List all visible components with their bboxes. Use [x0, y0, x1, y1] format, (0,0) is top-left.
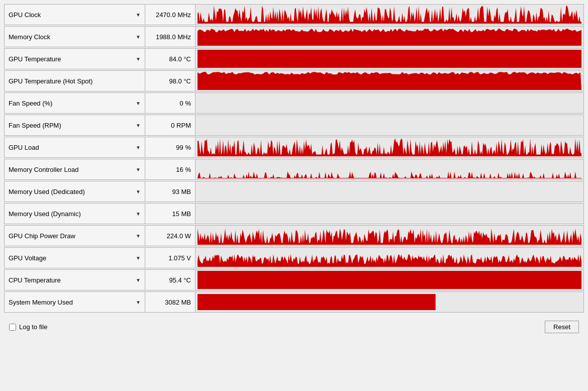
value-cell-fan-speed-pct: 0 % [145, 93, 195, 113]
dropdown-arrow-gpu-load[interactable]: ▼ [136, 145, 141, 150]
row-gpu-clock: GPU Clock▼2470.0 MHz [4, 4, 584, 25]
value-cell-memory-used-dynamic: 15 MB [145, 204, 195, 224]
graph-cell-system-memory-used [195, 292, 583, 312]
label-cell-gpu-voltage: GPU Voltage▼ [5, 248, 145, 268]
graph-cell-gpu-chip-power-draw [195, 226, 583, 246]
graph-cell-memory-used-dynamic [195, 204, 583, 224]
log-to-file-section: Log to file [9, 323, 47, 331]
row-gpu-temperature: GPU Temperature▼84.0 °C [4, 48, 584, 69]
graph-cell-memory-controller-load [195, 159, 583, 179]
value-cell-memory-clock: 1988.0 MHz [145, 27, 195, 47]
value-cell-gpu-temperature: 84.0 °C [145, 49, 195, 69]
value-cell-gpu-clock: 2470.0 MHz [145, 5, 195, 25]
graph-memory-controller-load [198, 160, 581, 178]
dropdown-arrow-fan-speed-pct[interactable]: ▼ [136, 101, 141, 106]
value-cell-gpu-chip-power-draw: 224.0 W [145, 226, 195, 246]
label-fan-speed-rpm: Fan Speed (RPM) [9, 122, 133, 129]
label-gpu-clock: GPU Clock [9, 11, 133, 19]
row-gpu-temperature-hotspot: GPU Temperature (Hot Spot)98.0 °C [4, 70, 584, 91]
label-cell-fan-speed-pct: Fan Speed (%)▼ [5, 93, 145, 113]
graph-gpu-chip-power-draw [198, 227, 581, 245]
graph-gpu-voltage [198, 249, 581, 267]
graph-memory-clock [198, 28, 581, 46]
graph-cell-cpu-temperature [195, 270, 583, 290]
dropdown-arrow-gpu-clock[interactable]: ▼ [136, 12, 141, 18]
row-memory-controller-load: Memory Controller Load▼16 % [4, 159, 584, 180]
graph-cell-fan-speed-pct [195, 93, 583, 113]
dropdown-arrow-cpu-temperature[interactable]: ▼ [136, 277, 141, 283]
row-memory-used-dynamic: Memory Used (Dynamic)▼15 MB [4, 203, 584, 224]
dropdown-arrow-fan-speed-rpm[interactable]: ▼ [136, 123, 141, 128]
row-cpu-temperature: CPU Temperature▼95.4 °C [4, 269, 584, 290]
value-cell-memory-used-dedicated: 93 MB [145, 181, 195, 202]
graph-cell-gpu-temperature-hotspot [195, 71, 583, 91]
row-fan-speed-pct: Fan Speed (%)▼0 % [4, 92, 584, 114]
row-memory-clock: Memory Clock▼1988.0 MHz [4, 26, 584, 47]
value-cell-fan-speed-rpm: 0 RPM [145, 115, 195, 135]
svg-rect-2 [198, 294, 436, 310]
value-cell-system-memory-used: 3082 MB [145, 292, 195, 312]
graph-cell-fan-speed-rpm [195, 115, 583, 135]
log-to-file-label[interactable]: Log to file [19, 323, 47, 331]
label-cell-system-memory-used: System Memory Used▼ [5, 292, 145, 312]
dropdown-arrow-gpu-voltage[interactable]: ▼ [136, 255, 141, 261]
footer: Log to file Reset [4, 314, 584, 338]
label-cell-cpu-temperature: CPU Temperature▼ [5, 270, 145, 290]
value-cell-gpu-voltage: 1.075 V [145, 248, 195, 268]
dropdown-arrow-memory-used-dynamic[interactable]: ▼ [136, 211, 141, 217]
label-gpu-temperature: GPU Temperature [9, 55, 133, 63]
dropdown-arrow-gpu-temperature[interactable]: ▼ [136, 56, 141, 62]
dropdown-arrow-system-memory-used[interactable]: ▼ [136, 300, 141, 305]
dropdown-arrow-memory-used-dedicated[interactable]: ▼ [136, 189, 141, 194]
graph-gpu-clock [198, 6, 581, 24]
svg-rect-1 [198, 271, 581, 289]
value-cell-gpu-temperature-hotspot: 98.0 °C [145, 71, 195, 91]
graph-cpu-temperature [198, 271, 581, 289]
row-gpu-chip-power-draw: GPU Chip Power Draw▼224.0 W [4, 225, 584, 246]
row-gpu-load: GPU Load▼99 % [4, 137, 584, 158]
value-cell-memory-controller-load: 16 % [145, 159, 195, 179]
row-system-memory-used: System Memory Used▼3082 MB [4, 291, 584, 313]
label-cell-gpu-load: GPU Load▼ [5, 137, 145, 157]
dropdown-arrow-memory-clock[interactable]: ▼ [136, 34, 141, 40]
label-gpu-temperature-hotspot: GPU Temperature (Hot Spot) [9, 77, 141, 85]
value-cell-cpu-temperature: 95.4 °C [145, 270, 195, 290]
graph-cell-gpu-load [195, 137, 583, 157]
label-system-memory-used: System Memory Used [9, 299, 133, 306]
label-memory-controller-load: Memory Controller Load [9, 166, 133, 173]
row-memory-used-dedicated: Memory Used (Dedicated)▼93 MB [4, 181, 584, 202]
graph-gpu-load [198, 138, 581, 156]
label-cell-memory-clock: Memory Clock▼ [5, 27, 145, 47]
graph-cell-gpu-voltage [195, 248, 583, 268]
graph-gpu-temperature-hotspot [198, 72, 581, 90]
value-cell-gpu-load: 99 % [145, 137, 195, 157]
dropdown-arrow-gpu-chip-power-draw[interactable]: ▼ [136, 233, 141, 239]
label-fan-speed-pct: Fan Speed (%) [9, 100, 133, 107]
row-gpu-voltage: GPU Voltage▼1.075 V [4, 247, 584, 268]
label-cell-memory-controller-load: Memory Controller Load▼ [5, 159, 145, 179]
svg-rect-0 [198, 50, 581, 68]
label-cell-memory-used-dynamic: Memory Used (Dynamic)▼ [5, 204, 145, 224]
label-gpu-load: GPU Load [9, 144, 133, 151]
graph-cell-memory-clock [195, 27, 583, 47]
label-cell-gpu-temperature-hotspot: GPU Temperature (Hot Spot) [5, 71, 145, 91]
label-gpu-chip-power-draw: GPU Chip Power Draw [9, 232, 133, 240]
label-cell-fan-speed-rpm: Fan Speed (RPM)▼ [5, 115, 145, 135]
reset-button[interactable]: Reset [545, 321, 579, 333]
graph-cell-memory-used-dedicated [195, 181, 583, 202]
label-cell-gpu-clock: GPU Clock▼ [5, 5, 145, 25]
label-memory-used-dynamic: Memory Used (Dynamic) [9, 210, 133, 218]
label-cpu-temperature: CPU Temperature [9, 276, 133, 284]
graph-gpu-temperature [198, 50, 581, 68]
row-fan-speed-rpm: Fan Speed (RPM)▼0 RPM [4, 115, 584, 136]
graph-system-memory-used [198, 293, 581, 311]
log-to-file-checkbox[interactable] [9, 324, 16, 331]
label-cell-gpu-chip-power-draw: GPU Chip Power Draw▼ [5, 226, 145, 246]
label-memory-clock: Memory Clock [9, 33, 133, 41]
dropdown-arrow-memory-controller-load[interactable]: ▼ [136, 167, 141, 172]
label-cell-gpu-temperature: GPU Temperature▼ [5, 49, 145, 69]
label-memory-used-dedicated: Memory Used (Dedicated) [9, 188, 133, 196]
graph-cell-gpu-temperature [195, 49, 583, 69]
label-cell-memory-used-dedicated: Memory Used (Dedicated)▼ [5, 181, 145, 202]
monitor-container: GPU Clock▼2470.0 MHzMemory Clock▼1988.0 … [0, 0, 588, 338]
